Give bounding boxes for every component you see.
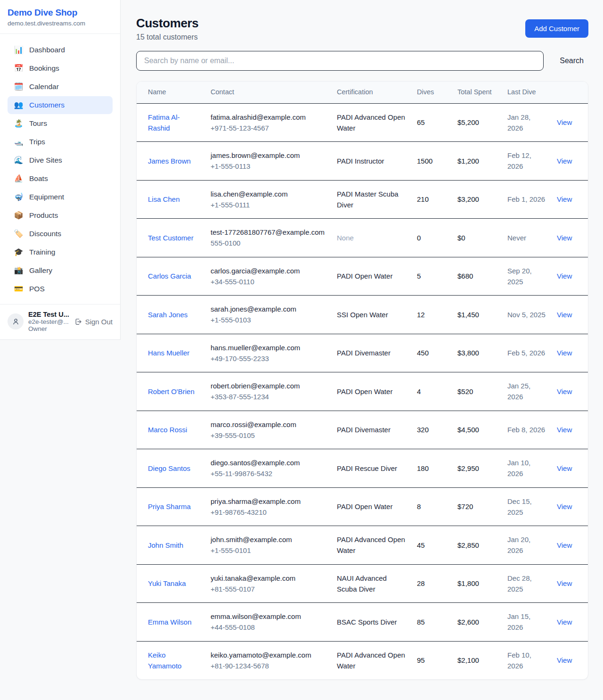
- view-link[interactable]: View: [557, 387, 572, 395]
- customer-phone: +55-11-99876-5432: [211, 468, 326, 479]
- main-content: Customers 15 total customers Add Custome…: [121, 0, 603, 695]
- credit-card-icon: 💳: [14, 285, 24, 293]
- wave-icon: 🌊: [14, 156, 24, 164]
- search-input[interactable]: [136, 51, 544, 71]
- view-link[interactable]: View: [557, 656, 572, 664]
- customer-last-dive: Jan 10, 2026: [502, 449, 551, 488]
- customer-dives: 1500: [411, 142, 452, 181]
- view-link[interactable]: View: [557, 195, 572, 203]
- sidebar-item-dive-sites[interactable]: 🌊 Dive Sites: [8, 151, 113, 169]
- view-link[interactable]: View: [557, 311, 572, 319]
- customer-name-link[interactable]: Marco Rossi: [148, 426, 187, 434]
- column-header-last-dive: Last Dive: [502, 82, 551, 103]
- table-row: Yuki Tanaka yuki.tanaka@example.com +81-…: [137, 564, 588, 603]
- search-button[interactable]: Search: [555, 53, 588, 69]
- customer-count: 15 total customers: [136, 33, 198, 41]
- customer-certification: PADI Advanced Open Water: [331, 103, 411, 142]
- sidebar-nav: 📊 Dashboard 📅 Bookings 🗓️ Calendar 👥 Cus…: [0, 34, 120, 304]
- customer-name-link[interactable]: Robert O'Brien: [148, 387, 195, 395]
- brand-name[interactable]: Demo Dive Shop: [8, 8, 113, 18]
- view-link[interactable]: View: [557, 426, 572, 434]
- customer-dives: 210: [411, 180, 452, 219]
- view-link[interactable]: View: [557, 541, 572, 549]
- sidebar-item-trips[interactable]: 🛥️ Trips: [8, 133, 113, 151]
- camera-icon: 📸: [14, 267, 24, 274]
- column-header-name: Name: [137, 82, 205, 103]
- sign-out-label: Sign Out: [85, 318, 113, 326]
- view-link[interactable]: View: [557, 157, 572, 165]
- customer-total-spent: $2,100: [452, 641, 502, 679]
- customer-email: keiko.yamamoto@example.com: [211, 650, 326, 660]
- customer-name-link[interactable]: Lisa Chen: [148, 195, 180, 203]
- view-link[interactable]: View: [557, 118, 572, 126]
- sidebar-item-training[interactable]: 🎓 Training: [8, 243, 113, 261]
- customer-last-dive: Dec 15, 2025: [502, 487, 551, 526]
- sidebar-item-label: Discounts: [29, 230, 61, 238]
- sidebar-item-gallery[interactable]: 📸 Gallery: [8, 262, 113, 280]
- customer-name-link[interactable]: James Brown: [148, 157, 191, 165]
- sidebar-item-equipment[interactable]: 🤿 Equipment: [8, 188, 113, 206]
- sidebar-item-pos[interactable]: 💳 POS: [8, 280, 113, 298]
- customer-phone: +44-555-0108: [211, 622, 326, 633]
- view-link[interactable]: View: [557, 618, 572, 626]
- customer-name-link[interactable]: John Smith: [148, 541, 183, 549]
- sidebar-item-boats[interactable]: ⛵ Boats: [8, 170, 113, 188]
- customer-phone: +91-98765-43210: [211, 507, 326, 518]
- customer-phone: +81-90-1234-5678: [211, 660, 326, 671]
- sidebar-item-label: Customers: [29, 101, 65, 109]
- sidebar-item-discounts[interactable]: 🏷️ Discounts: [8, 225, 113, 243]
- sidebar-item-products[interactable]: 📦 Products: [8, 206, 113, 224]
- search-row: Search: [136, 51, 588, 71]
- customer-name-link[interactable]: Yuki Tanaka: [148, 579, 186, 587]
- customer-certification: PADI Rescue Diver: [331, 449, 411, 488]
- customer-last-dive: Never: [502, 219, 551, 257]
- customer-total-spent: $720: [452, 487, 502, 526]
- customer-phone: +1-555-0111: [211, 199, 326, 210]
- customer-name-link[interactable]: Keiko Yamamoto: [148, 651, 181, 670]
- customer-email: carlos.garcia@example.com: [211, 265, 326, 276]
- customer-total-spent: $2,850: [452, 526, 502, 565]
- brand-domain: demo.test.divestreams.com: [8, 20, 113, 27]
- customer-phone: +49-170-555-2233: [211, 353, 326, 364]
- customer-total-spent: $2,950: [452, 449, 502, 488]
- customer-name-link[interactable]: Test Customer: [148, 234, 194, 242]
- customer-name-link[interactable]: Emma Wilson: [148, 618, 192, 626]
- sidebar-item-bookings[interactable]: 📅 Bookings: [8, 59, 113, 77]
- sidebar-item-calendar[interactable]: 🗓️ Calendar: [8, 78, 113, 96]
- customer-name-link[interactable]: Fatima Al-Rashid: [148, 113, 180, 132]
- view-link[interactable]: View: [557, 464, 572, 472]
- app-root: Demo Dive Shop demo.test.divestreams.com…: [0, 0, 603, 695]
- view-link[interactable]: View: [557, 234, 572, 242]
- view-link[interactable]: View: [557, 579, 572, 587]
- sidebar-item-label: Bookings: [29, 64, 59, 73]
- table-row: Diego Santos diego.santos@example.com +5…: [137, 449, 588, 488]
- customer-dives: 320: [411, 411, 452, 449]
- customer-total-spent: $2,600: [452, 603, 502, 642]
- calendar-icon: 📅: [14, 65, 24, 72]
- sidebar-item-dashboard[interactable]: 📊 Dashboard: [8, 41, 113, 59]
- customer-last-dive: Feb 5, 2026: [502, 334, 551, 372]
- sidebar-item-customers[interactable]: 👥 Customers: [8, 96, 113, 114]
- customer-dives: 0: [411, 219, 452, 257]
- view-link[interactable]: View: [557, 502, 572, 511]
- view-link[interactable]: View: [557, 272, 572, 280]
- customer-name-link[interactable]: Hans Mueller: [148, 349, 189, 357]
- customer-dives: 12: [411, 296, 452, 334]
- customer-last-dive: Jan 25, 2026: [502, 372, 551, 411]
- customer-email: diego.santos@example.com: [211, 457, 326, 468]
- table-row: Test Customer test-1772681807767@example…: [137, 219, 588, 257]
- customer-dives: 4: [411, 372, 452, 411]
- customer-name-link[interactable]: Diego Santos: [148, 464, 190, 472]
- customer-email: john.smith@example.com: [211, 534, 326, 545]
- add-customer-button[interactable]: Add Customer: [525, 19, 588, 38]
- customer-phone: +1-555-0101: [211, 545, 326, 556]
- customer-name-link[interactable]: Priya Sharma: [148, 502, 191, 511]
- customer-last-dive: Feb 10, 2026: [502, 641, 551, 679]
- user-name: E2E Test U...: [28, 311, 69, 318]
- customer-name-link[interactable]: Carlos Garcia: [148, 272, 191, 280]
- sign-out-button[interactable]: Sign Out: [74, 318, 113, 326]
- sidebar-item-tours[interactable]: 🏝️ Tours: [8, 115, 113, 132]
- view-link[interactable]: View: [557, 349, 572, 357]
- customer-email: emma.wilson@example.com: [211, 611, 326, 622]
- customer-name-link[interactable]: Sarah Jones: [148, 311, 187, 319]
